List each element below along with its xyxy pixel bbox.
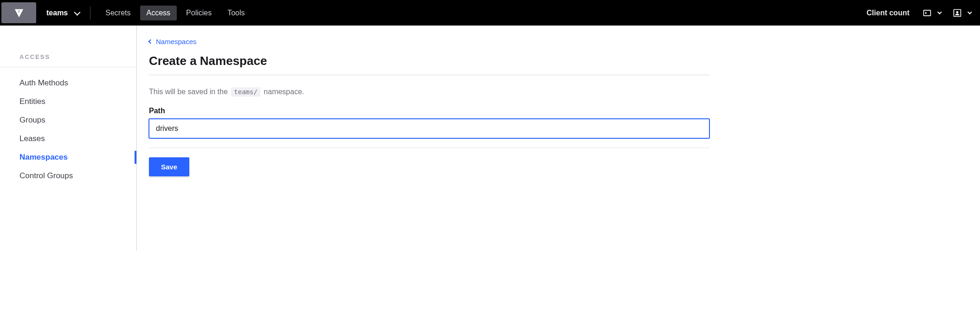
page-title: Create a Namespace xyxy=(149,54,709,75)
namespace-switcher[interactable]: teams xyxy=(43,9,83,17)
svg-rect-6 xyxy=(924,10,931,16)
nav-link-access[interactable]: Access xyxy=(140,6,177,20)
terminal-icon xyxy=(922,8,932,18)
nav-link-secrets[interactable]: Secrets xyxy=(99,6,137,20)
breadcrumb-namespaces[interactable]: Namespaces xyxy=(149,38,197,45)
sidebar-item-leases[interactable]: Leases xyxy=(0,129,136,148)
chevron-down-icon xyxy=(967,10,972,14)
content-area: ACCESS Auth Methods Entities Groups Leas… xyxy=(0,26,980,251)
sidebar-item-control-groups[interactable]: Control Groups xyxy=(0,167,136,185)
nav-link-tools[interactable]: Tools xyxy=(221,6,251,20)
nav-links: Secrets Access Policies Tools xyxy=(99,6,251,20)
svg-rect-5 xyxy=(19,12,19,13)
main-panel: Namespaces Create a Namespace This will … xyxy=(137,26,722,251)
console-dropdown[interactable] xyxy=(919,6,944,19)
svg-rect-2 xyxy=(19,10,19,11)
chevron-down-icon xyxy=(937,10,942,14)
nav-link-policies[interactable]: Policies xyxy=(180,6,218,20)
sidebar-item-entities[interactable]: Entities xyxy=(0,92,136,111)
path-label: Path xyxy=(149,107,709,115)
breadcrumb-label: Namespaces xyxy=(156,38,197,45)
chevron-down-icon xyxy=(74,9,81,15)
sidebar: ACCESS Auth Methods Entities Groups Leas… xyxy=(0,26,137,251)
sidebar-item-auth-methods[interactable]: Auth Methods xyxy=(0,74,136,92)
svg-marker-0 xyxy=(14,9,23,17)
sidebar-item-namespaces[interactable]: Namespaces xyxy=(0,148,136,167)
namespace-switcher-label: teams xyxy=(46,9,68,17)
namespace-chip: teams/ xyxy=(231,87,260,97)
sidebar-header: ACCESS xyxy=(0,53,136,67)
path-input[interactable] xyxy=(149,119,709,138)
svg-rect-1 xyxy=(18,10,19,11)
svg-point-8 xyxy=(956,11,958,13)
help-prefix: This will be saved in the xyxy=(149,88,230,96)
client-count-link[interactable]: Client count xyxy=(867,9,909,17)
user-icon xyxy=(953,8,962,18)
nav-right: Client count xyxy=(867,6,974,19)
user-dropdown[interactable] xyxy=(949,6,974,19)
sidebar-item-groups[interactable]: Groups xyxy=(0,111,136,129)
svg-rect-4 xyxy=(19,11,19,12)
form-divider xyxy=(149,148,709,148)
nav-divider xyxy=(90,6,90,19)
vault-logo[interactable] xyxy=(1,2,36,23)
save-button[interactable]: Save xyxy=(149,157,189,176)
save-location-help: This will be saved in the teams/ namespa… xyxy=(149,87,709,97)
help-suffix: namespace. xyxy=(264,88,304,96)
svg-rect-3 xyxy=(18,11,19,12)
top-navbar: teams Secrets Access Policies Tools Clie… xyxy=(0,0,980,26)
chevron-left-icon xyxy=(148,39,153,44)
vault-logo-icon xyxy=(14,8,24,18)
